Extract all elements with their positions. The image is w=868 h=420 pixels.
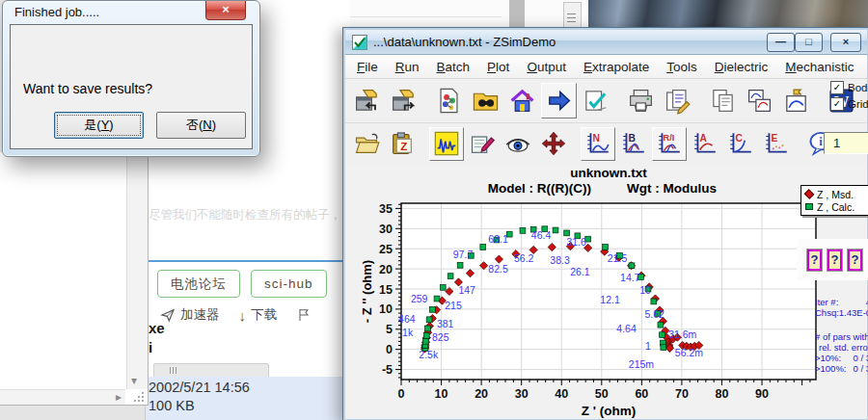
move-arrows-button[interactable] — [536, 127, 571, 161]
check-sheet-button[interactable] — [578, 83, 613, 118]
svg-text:21.5: 21.5 — [608, 252, 628, 264]
window-edge — [509, 0, 525, 27]
chart-export-icon — [782, 87, 810, 115]
flag-button[interactable] — [296, 307, 312, 323]
square-marker-icon — [805, 203, 813, 210]
minimize-button[interactable]: — — [767, 33, 795, 52]
plot-a-button[interactable]: A — [688, 127, 722, 161]
download-button[interactable]: ↓ 下载 — [239, 306, 278, 324]
fit-statistics: Iter #:4 Chsq:1.43E-02 # of pars with re… — [815, 297, 868, 374]
plot-ri-button[interactable]: R/I — [652, 127, 687, 161]
grid-checkbox[interactable]: ✓Grid l — [830, 97, 868, 111]
svg-text:68.1: 68.1 — [488, 233, 508, 245]
waveform-button[interactable] — [429, 127, 464, 161]
svg-text:259: 259 — [411, 293, 428, 304]
svg-text:381: 381 — [437, 318, 454, 329]
blue-arrow-icon — [545, 87, 573, 115]
menu-mechanistic[interactable]: Mechanistic — [776, 58, 862, 76]
help-button-1[interactable]: ? — [807, 249, 822, 271]
scroll-right-icon[interactable]: ▸ — [116, 390, 122, 404]
printer-button[interactable] — [623, 83, 659, 118]
plot-e-button[interactable]: E — [759, 127, 794, 161]
menu-batch[interactable]: Batch — [428, 58, 479, 76]
plot-b-button[interactable]: B — [616, 127, 651, 161]
file-size: 100 KB — [146, 395, 350, 413]
molecule-doc-icon — [435, 87, 463, 115]
menu-help[interactable]: Help — [863, 58, 868, 76]
window-next-button[interactable] — [386, 83, 421, 118]
yes-button[interactable]: 是(Y) — [54, 112, 144, 139]
maximize-button[interactable]: □ — [795, 33, 823, 52]
edit-pad-button[interactable] — [465, 127, 500, 161]
molecule-doc-button[interactable] — [431, 83, 467, 118]
toolbar-plot: ZNBR/IACEi — [345, 123, 867, 165]
window-prev-button[interactable] — [349, 83, 385, 118]
help-button-group: ??? — [797, 239, 868, 280]
menu-extrapolate[interactable]: Extrapolate — [575, 58, 658, 76]
window-titlebar[interactable]: ...\data\unknown.txt - ZSimDemo — □ × — [345, 30, 867, 55]
scrollbar-fragment[interactable] — [563, 2, 582, 28]
plot-n-button[interactable]: N — [581, 127, 615, 161]
browser-quick-buttons: 电池论坛sci-hub — [157, 270, 327, 298]
menu-run[interactable]: Run — [387, 58, 428, 76]
menu-file[interactable]: File — [348, 58, 387, 76]
plot-c-button[interactable]: C — [723, 127, 758, 161]
browser-divider — [146, 260, 350, 262]
find-folder-button[interactable] — [468, 83, 503, 118]
wallpaper-fragment — [586, 0, 868, 29]
move-arrows-icon — [540, 130, 567, 157]
eye-button[interactable] — [501, 127, 535, 161]
home-button[interactable] — [504, 83, 540, 118]
accelerator-button[interactable]: 加速器 — [160, 306, 220, 324]
blue-arrow-button[interactable] — [541, 83, 577, 118]
resize-grip[interactable] — [133, 392, 145, 403]
svg-text:2.5k: 2.5k — [419, 349, 439, 360]
menu-bar: FileRunBatchPlotOutputExtrapolateToolsDi… — [345, 55, 867, 79]
svg-text:56.2: 56.2 — [514, 252, 534, 264]
bode-checkbox[interactable]: ✓Bode — [830, 81, 868, 94]
print-doc-button[interactable] — [660, 83, 695, 118]
scroll-down-icon[interactable]: ▾ — [131, 374, 137, 387]
menu-dielectric[interactable]: Dielectric — [706, 58, 777, 76]
help-button-3[interactable]: ? — [848, 249, 862, 271]
download-label: 下载 — [251, 306, 277, 324]
chart-export-button[interactable] — [778, 83, 814, 118]
grid-checkbox-label: Grid l — [848, 98, 868, 110]
scrollbar-grip-icon — [170, 367, 171, 374]
horizontal-scrollbar[interactable]: ▸ — [0, 389, 125, 405]
quick-button-sci-hub[interactable]: sci-hub — [251, 270, 327, 298]
toolbar-main: W — [345, 79, 867, 123]
svg-text:30: 30 — [515, 387, 529, 401]
svg-text:147: 147 — [458, 284, 475, 296]
menu-plot[interactable]: Plot — [478, 58, 518, 76]
menu-tools[interactable]: Tools — [658, 58, 706, 76]
svg-text:10: 10 — [435, 387, 448, 401]
svg-text:A: A — [700, 133, 708, 144]
open-folder-button[interactable] — [349, 127, 384, 161]
vertical-scrollbar[interactable]: ▾ — [126, 152, 148, 389]
svg-text:50: 50 — [595, 387, 609, 401]
svg-text:215m: 215m — [629, 358, 655, 370]
svg-text:38.3: 38.3 — [550, 254, 570, 266]
svg-text:-5: -5 — [382, 363, 393, 377]
svg-text:i: i — [819, 135, 823, 148]
quick-button-forum[interactable]: 电池论坛 — [157, 270, 240, 298]
svg-text:20: 20 — [379, 263, 393, 276]
menu-output[interactable]: Output — [518, 58, 575, 76]
close-button[interactable]: × — [830, 33, 861, 52]
no-button[interactable]: 否(N) — [156, 112, 246, 139]
chart-copy-button[interactable] — [742, 83, 777, 118]
print-doc-icon — [664, 87, 692, 115]
paste-z-button[interactable]: Z — [385, 127, 420, 161]
copy-icon — [709, 87, 737, 115]
close-button[interactable]: × — [205, 1, 246, 20]
iteration-input[interactable] — [824, 132, 868, 154]
svg-text:0: 0 — [386, 343, 393, 356]
copy-button[interactable] — [705, 83, 741, 118]
svg-text:215: 215 — [445, 300, 462, 311]
checkmark-icon: ✓ — [830, 97, 844, 111]
nyquist-plot: 0102030405060708090-505101520253035unkno… — [360, 165, 821, 420]
svg-text:10: 10 — [379, 302, 393, 316]
zsimdemo-window: ...\data\unknown.txt - ZSimDemo — □ × Fi… — [342, 27, 868, 420]
help-button-2[interactable]: ? — [827, 249, 842, 271]
